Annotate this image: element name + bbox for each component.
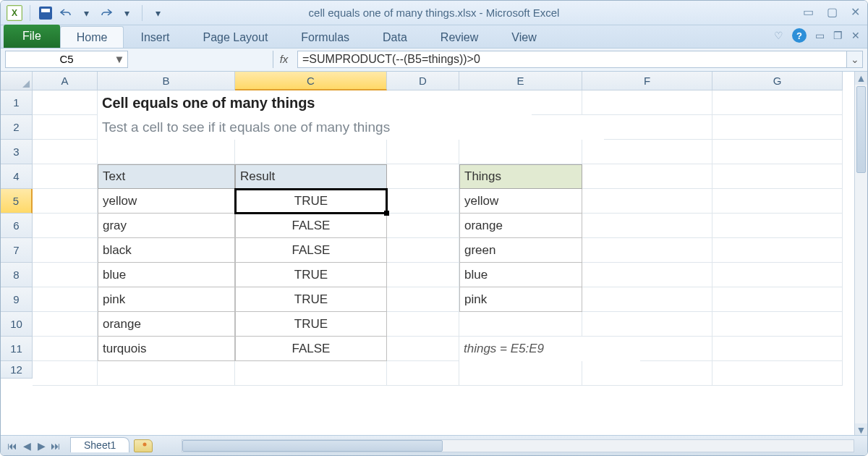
col-header-F[interactable]: F bbox=[582, 72, 712, 90]
cell-bg[interactable] bbox=[387, 189, 459, 214]
cell-bg[interactable] bbox=[33, 312, 98, 337]
cell-bg[interactable] bbox=[33, 361, 98, 386]
select-all-corner[interactable] bbox=[1, 72, 33, 90]
help-button[interactable]: ? bbox=[792, 28, 807, 43]
note-cell[interactable]: things = E5:E9 bbox=[459, 337, 640, 361]
row-header-1[interactable]: 1 bbox=[1, 90, 33, 115]
cell[interactable]: turquois bbox=[98, 337, 235, 361]
col-header-B[interactable]: B bbox=[98, 72, 235, 90]
cell[interactable]: gray bbox=[98, 214, 235, 238]
cell-bg[interactable] bbox=[33, 238, 98, 263]
cell-bg[interactable] bbox=[98, 140, 235, 164]
cell-bg[interactable] bbox=[33, 140, 98, 164]
name-box[interactable]: C5 ▼ bbox=[5, 51, 128, 68]
subtitle-cell[interactable]: Test a cell to see if it equals one of m… bbox=[98, 115, 604, 140]
cell-bg[interactable] bbox=[712, 238, 843, 263]
col-header-G[interactable]: G bbox=[712, 72, 843, 90]
tab-review[interactable]: Review bbox=[424, 26, 495, 48]
cell-bg[interactable] bbox=[582, 140, 712, 164]
cell-bg[interactable] bbox=[712, 337, 843, 361]
cell-bg[interactable] bbox=[33, 214, 98, 238]
row-header-11[interactable]: 11 bbox=[1, 337, 33, 361]
name-box-dropdown[interactable]: ▼ bbox=[113, 53, 126, 66]
cell-bg[interactable] bbox=[582, 214, 712, 238]
cell-bg[interactable] bbox=[712, 361, 843, 386]
cell-bg[interactable] bbox=[712, 214, 843, 238]
cell-bg[interactable] bbox=[387, 337, 459, 361]
cell-bg[interactable] bbox=[33, 287, 98, 312]
row-header-7[interactable]: 7 bbox=[1, 238, 33, 263]
cell[interactable]: green bbox=[459, 238, 582, 263]
cell-bg[interactable] bbox=[712, 312, 843, 337]
cell-bg[interactable] bbox=[235, 140, 387, 164]
cell[interactable]: blue bbox=[98, 263, 235, 287]
vscroll-thumb[interactable] bbox=[856, 86, 866, 173]
sheet-prev-button[interactable]: ◀ bbox=[20, 439, 34, 453]
cell-bg[interactable] bbox=[33, 115, 98, 140]
undo-dropdown[interactable]: ▾ bbox=[78, 5, 94, 21]
row-header-5[interactable]: 5 bbox=[1, 189, 33, 214]
cell-bg[interactable] bbox=[387, 287, 459, 312]
cell[interactable]: pink bbox=[98, 287, 235, 312]
redo-button[interactable] bbox=[98, 5, 114, 21]
fx-label[interactable]: fx bbox=[273, 51, 294, 68]
maximize-button[interactable]: ▢ bbox=[827, 5, 838, 19]
sheet-first-button[interactable]: ⏮ bbox=[5, 439, 20, 453]
cell[interactable]: Text bbox=[98, 164, 235, 189]
cell-bg[interactable] bbox=[459, 312, 582, 337]
cell-bg[interactable] bbox=[712, 287, 843, 312]
cell-bg[interactable] bbox=[582, 312, 712, 337]
cell[interactable]: FALSE bbox=[235, 214, 387, 238]
row-header-2[interactable]: 2 bbox=[1, 115, 33, 140]
redo-dropdown[interactable]: ▾ bbox=[119, 5, 135, 21]
cell-bg[interactable] bbox=[33, 189, 98, 214]
cell[interactable]: pink bbox=[459, 287, 582, 312]
row-header-9[interactable]: 9 bbox=[1, 287, 33, 312]
cell[interactable]: TRUE bbox=[235, 312, 387, 337]
cell-bg[interactable] bbox=[582, 164, 712, 189]
cell-bg[interactable] bbox=[712, 115, 843, 140]
cell-bg[interactable] bbox=[459, 140, 582, 164]
title-cell[interactable]: Cell equals one of many things bbox=[98, 90, 532, 115]
formula-expand[interactable]: ⌄ bbox=[847, 51, 863, 68]
hscroll-thumb[interactable] bbox=[182, 440, 443, 452]
row-header-4[interactable]: 4 bbox=[1, 164, 33, 189]
cell-bg[interactable] bbox=[33, 164, 98, 189]
cell[interactable]: Result bbox=[235, 164, 387, 189]
row-header-3[interactable]: 3 bbox=[1, 140, 33, 164]
horizontal-scrollbar[interactable] bbox=[182, 439, 854, 452]
cell-bg[interactable] bbox=[387, 140, 459, 164]
row-header-10[interactable]: 10 bbox=[1, 312, 33, 337]
cell-bg[interactable] bbox=[582, 361, 712, 386]
cell-bg[interactable] bbox=[387, 361, 459, 386]
col-header-A[interactable]: A bbox=[33, 72, 98, 90]
cell-bg[interactable] bbox=[98, 361, 235, 386]
cell[interactable]: TRUE bbox=[235, 263, 387, 287]
sheet-tab[interactable]: Sheet1 bbox=[70, 437, 129, 452]
cell-bg[interactable] bbox=[712, 189, 843, 214]
cell-bg[interactable] bbox=[712, 140, 843, 164]
cell[interactable]: Things bbox=[459, 164, 582, 189]
file-tab[interactable]: File bbox=[4, 25, 60, 48]
cell-bg[interactable] bbox=[582, 90, 712, 115]
tab-page-layout[interactable]: Page Layout bbox=[186, 26, 284, 48]
cell-bg[interactable] bbox=[387, 238, 459, 263]
cell-bg[interactable] bbox=[387, 263, 459, 287]
cell[interactable]: orange bbox=[459, 214, 582, 238]
cell-bg[interactable] bbox=[33, 90, 98, 115]
cell-bg[interactable] bbox=[235, 361, 387, 386]
col-header-E[interactable]: E bbox=[459, 72, 582, 90]
col-header-D[interactable]: D bbox=[387, 72, 459, 90]
cell[interactable]: orange bbox=[98, 312, 235, 337]
new-sheet-button[interactable] bbox=[134, 439, 153, 452]
cell-bg[interactable] bbox=[387, 214, 459, 238]
sheet-next-button[interactable]: ▶ bbox=[34, 439, 48, 453]
save-button[interactable] bbox=[38, 5, 54, 21]
minimize-button[interactable]: ▭ bbox=[803, 5, 814, 19]
fill-handle[interactable] bbox=[384, 211, 389, 216]
ribbon-close-icon[interactable]: ✕ bbox=[851, 30, 860, 41]
cell-bg[interactable] bbox=[712, 90, 843, 115]
cell[interactable]: FALSE bbox=[235, 238, 387, 263]
formula-input[interactable]: =SUMPRODUCT(--(B5=things))>0 bbox=[297, 51, 847, 68]
row-header-12[interactable]: 12 bbox=[1, 361, 33, 379]
